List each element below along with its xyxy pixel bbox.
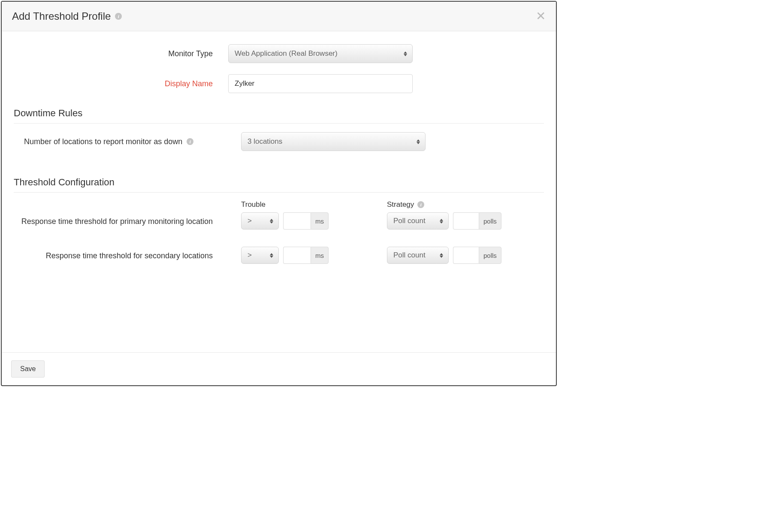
strategy-column-header: Strategy i <box>387 200 424 209</box>
chevron-updown-icon <box>404 51 407 56</box>
threshold-header: Trouble Strategy i <box>14 200 544 209</box>
secondary-threshold-row: Response time threshold for secondary lo… <box>14 247 544 264</box>
trouble-header-text: Trouble <box>241 200 266 209</box>
display-name-label: Display Name <box>14 79 228 88</box>
monitor-type-label: Monitor Type <box>14 49 228 58</box>
monitor-type-row: Monitor Type Web Application (Real Brows… <box>14 44 544 63</box>
secondary-ms-combo: ms <box>283 247 329 264</box>
title-text: Add Threshold Profile <box>12 10 111 22</box>
monitor-type-control: Web Application (Real Browser) <box>228 44 544 63</box>
spacer <box>14 200 241 209</box>
locations-value: 3 locations <box>248 137 282 146</box>
secondary-ms-input[interactable] <box>283 247 311 264</box>
polls-unit: polls <box>479 212 501 230</box>
secondary-strategy-select[interactable]: Poll count <box>387 247 449 264</box>
locations-label-text: Number of locations to report monitor as… <box>24 137 182 146</box>
modal-footer: Save <box>2 352 556 385</box>
chevron-updown-icon <box>270 253 273 258</box>
modal-header: Add Threshold Profile i ✕ <box>2 2 556 31</box>
threshold-config-heading: Threshold Configuration <box>14 177 544 193</box>
primary-strategy-value: Poll count <box>393 217 426 225</box>
secondary-polls-combo: polls <box>453 247 501 264</box>
monitor-type-value: Web Application (Real Browser) <box>235 49 338 58</box>
ms-unit: ms <box>311 247 329 264</box>
chevron-updown-icon <box>440 219 443 224</box>
primary-strategy-group: Poll count polls <box>387 212 501 230</box>
close-icon[interactable]: ✕ <box>536 10 546 22</box>
locations-control: 3 locations <box>241 132 544 151</box>
chevron-updown-icon <box>270 219 273 224</box>
info-icon[interactable]: i <box>417 201 424 208</box>
secondary-operator-value: > <box>248 251 252 260</box>
display-name-input[interactable] <box>228 74 413 93</box>
chevron-updown-icon <box>417 139 420 144</box>
primary-trouble-group: > ms <box>241 212 387 230</box>
primary-ms-combo: ms <box>283 212 329 230</box>
primary-polls-combo: polls <box>453 212 501 230</box>
primary-threshold-label: Response time threshold for primary moni… <box>14 212 228 227</box>
locations-select[interactable]: 3 locations <box>241 132 426 151</box>
primary-operator-select[interactable]: > <box>241 212 279 230</box>
secondary-polls-input[interactable] <box>453 247 479 264</box>
strategy-header-text: Strategy <box>387 200 414 209</box>
secondary-threshold-label: Response time threshold for secondary lo… <box>14 247 228 261</box>
display-name-row: Display Name <box>14 74 544 93</box>
primary-operator-value: > <box>248 217 252 225</box>
primary-ms-input[interactable] <box>283 212 311 230</box>
page-title: Add Threshold Profile i <box>12 10 122 22</box>
info-icon[interactable]: i <box>115 13 122 20</box>
secondary-strategy-value: Poll count <box>393 251 426 260</box>
primary-threshold-row: Response time threshold for primary moni… <box>14 212 544 230</box>
locations-label: Number of locations to report monitor as… <box>14 137 228 146</box>
trouble-column-header: Trouble <box>241 200 387 209</box>
secondary-trouble-group: > ms <box>241 247 387 264</box>
locations-row: Number of locations to report monitor as… <box>14 132 544 151</box>
secondary-operator-select[interactable]: > <box>241 247 279 264</box>
ms-unit: ms <box>311 212 329 230</box>
monitor-type-select[interactable]: Web Application (Real Browser) <box>228 44 413 63</box>
info-icon[interactable]: i <box>187 138 193 145</box>
display-name-control <box>228 74 544 93</box>
polls-unit: polls <box>479 247 501 264</box>
add-threshold-modal: Add Threshold Profile i ✕ Monitor Type W… <box>1 1 557 386</box>
primary-polls-input[interactable] <box>453 212 479 230</box>
downtime-rules-heading: Downtime Rules <box>14 108 544 124</box>
modal-body: Monitor Type Web Application (Real Brows… <box>2 31 556 352</box>
secondary-strategy-group: Poll count polls <box>387 247 501 264</box>
primary-strategy-select[interactable]: Poll count <box>387 212 449 230</box>
save-button[interactable]: Save <box>11 360 45 378</box>
chevron-updown-icon <box>440 253 443 258</box>
